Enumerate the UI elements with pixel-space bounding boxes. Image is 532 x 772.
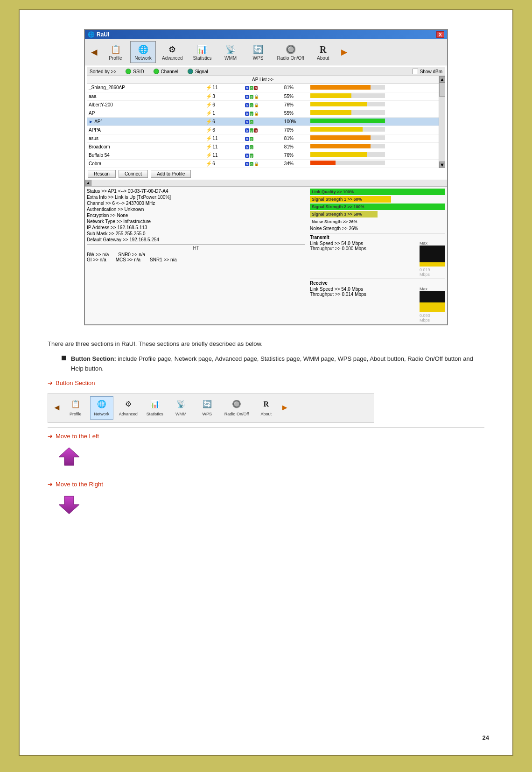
receive-value: 0.093Mbps bbox=[420, 313, 445, 323]
scroll-up-btn[interactable]: ▲ bbox=[85, 180, 91, 186]
doc-about-btn[interactable]: R About bbox=[254, 397, 278, 419]
ap-ssid-cell: AP bbox=[87, 109, 204, 117]
ap-ssid-cell: ► AP1 bbox=[87, 117, 204, 126]
ap-table-row[interactable]: asus⚡11bg81% bbox=[87, 134, 439, 142]
sorted-by-label: Sorted by >> bbox=[90, 69, 116, 74]
ap-scrollbar[interactable]: ▲ ▼ bbox=[439, 76, 445, 168]
status-right: Link Quality >> 100%Signal Strength 1 >>… bbox=[310, 189, 445, 323]
ap-signal-bar-cell bbox=[308, 126, 439, 134]
toolbar-radio-btn[interactable]: 🔘 Radio On/Off bbox=[273, 41, 308, 63]
transmit-chart-area bbox=[420, 246, 445, 267]
about-label: About bbox=[317, 56, 329, 61]
ap-table-row[interactable]: AlbertY-200⚡6bg🔒76% bbox=[87, 100, 439, 109]
doc-wps-btn[interactable]: 🔄 WPS bbox=[196, 397, 219, 419]
ap-signal-pct-cell: 81% bbox=[282, 84, 308, 92]
rescan-button[interactable]: Rescan bbox=[88, 170, 116, 178]
transmit-label: Transmit bbox=[310, 235, 445, 240]
scrollbar-up[interactable]: ▲ bbox=[439, 76, 445, 83]
ap-table-row[interactable]: aaa⚡3bg🔒55% bbox=[87, 92, 439, 100]
ap-list-inner: AP List >> _Shiang_2860AP⚡11bgn81%aaa⚡3b… bbox=[87, 76, 439, 168]
auth-text: Authentication >> Unknown bbox=[87, 207, 144, 212]
ap-action-buttons: Rescan Connect Add to Profile bbox=[85, 168, 447, 180]
raui-titlebar: 🌐 RaUI X bbox=[85, 30, 447, 39]
ap-ssid-cell: Broadcom bbox=[87, 142, 204, 151]
ap-channel-cell: ⚡1 bbox=[204, 109, 243, 117]
close-button[interactable]: X bbox=[436, 31, 444, 38]
receive-chart-area bbox=[420, 291, 445, 312]
transmit-bar-area bbox=[420, 246, 445, 267]
doc-wps-icon: 🔄 bbox=[203, 398, 212, 410]
doc-advanced-label: Advanced bbox=[119, 411, 138, 417]
arrow-right-link-icon: ➔ bbox=[48, 480, 53, 490]
ap-badge-cell: bg🔒 bbox=[243, 109, 282, 117]
arrow-left-link-icon: ➔ bbox=[48, 432, 53, 442]
ap-table-row[interactable]: AP⚡1bg🔒55% bbox=[87, 109, 439, 117]
connect-button[interactable]: Connect bbox=[119, 170, 148, 178]
advanced-label: Advanced bbox=[162, 56, 182, 61]
ht-section: HT BW >> n/a SNR0 >> n/a GI >> n/a MCS >… bbox=[87, 244, 305, 262]
status-text: Status >> AP1 <--> 00-03-7F-00-D7-A4 bbox=[87, 189, 168, 194]
ap-badge-cell: bg bbox=[243, 134, 282, 142]
doc-profile-btn[interactable]: 📋 Profile bbox=[64, 397, 87, 419]
back-arrow-button[interactable]: ◄ bbox=[88, 46, 101, 59]
ap-channel-cell: ⚡3 bbox=[204, 92, 243, 100]
doc-radio-label: Radio On/Off bbox=[224, 411, 249, 417]
channel-text: Channel >> 6 <--> 2437000 MHz bbox=[87, 201, 155, 206]
transmit-value: 0.019Mbps bbox=[420, 267, 445, 277]
doc-wmm-icon: 📡 bbox=[176, 398, 186, 410]
toolbar-about-btn[interactable]: R About bbox=[310, 41, 336, 63]
add-to-profile-button[interactable]: Add to Profile bbox=[151, 170, 191, 178]
toolbar-profile-btn[interactable]: 📋 Profile bbox=[103, 41, 128, 63]
doc-network-btn[interactable]: 🌐 Network bbox=[90, 396, 113, 420]
doc-advanced-btn[interactable]: ⚙ Advanced bbox=[116, 397, 140, 419]
radio-label: Radio On/Off bbox=[277, 56, 304, 61]
network-icon: 🌐 bbox=[136, 43, 150, 56]
submask-text: Sub Mask >> 255.255.255.0 bbox=[87, 231, 146, 236]
quality-bars: Link Quality >> 100%Signal Strength 1 >>… bbox=[310, 189, 445, 225]
ssid-dot bbox=[126, 69, 131, 74]
ap-badge-cell: bg🔒 bbox=[243, 100, 282, 109]
move-left-button[interactable] bbox=[57, 446, 81, 467]
move-left-label: Move to the Left bbox=[56, 432, 99, 442]
bw-text: BW >> n/a bbox=[87, 252, 109, 257]
toolbar-network-btn[interactable]: 🌐 Network bbox=[130, 41, 156, 63]
horizontal-scrollbar[interactable]: ▲ bbox=[85, 180, 447, 186]
ap-table-row[interactable]: Broadcom⚡11bg81% bbox=[87, 142, 439, 151]
forward-arrow-button[interactable]: ► bbox=[338, 46, 351, 59]
ap-table-row[interactable]: Cobra⚡6bg🔒34% bbox=[87, 159, 439, 168]
ap-signal-pct-cell: 76% bbox=[282, 151, 308, 159]
ap-badge-cell: bg bbox=[243, 151, 282, 159]
toolbar-statistics-btn[interactable]: 📊 Statistics bbox=[189, 41, 216, 63]
ap-sort-header: Sorted by >> SSID Channel Signal Show dB… bbox=[87, 67, 445, 76]
ap-table-row[interactable]: Buffalo 54⚡11bg76% bbox=[87, 151, 439, 159]
intro-text: There are three sections in RaUI. These … bbox=[48, 340, 263, 347]
arrow-right-icon: ➔ bbox=[48, 379, 53, 388]
toolbar-wmm-btn[interactable]: 📡 WMM bbox=[218, 41, 244, 63]
doc-back-arrow[interactable]: ◄ bbox=[53, 401, 61, 414]
toolbar-wps-btn[interactable]: 🔄 WPS bbox=[245, 41, 271, 63]
show-dbm-checkbox[interactable] bbox=[413, 69, 418, 74]
signal-sort[interactable]: Signal bbox=[188, 69, 208, 74]
doc-forward-arrow[interactable]: ► bbox=[280, 401, 289, 414]
ap-table-row[interactable]: _Shiang_2860AP⚡11bgn81% bbox=[87, 84, 439, 92]
ssid-label: SSID bbox=[133, 69, 144, 74]
scrollbar-thumb[interactable] bbox=[439, 83, 445, 97]
doc-radio-btn[interactable]: 🔘 Radio On/Off bbox=[222, 397, 252, 419]
toolbar-advanced-btn[interactable]: ⚙ Advanced bbox=[158, 41, 187, 63]
doc-about-label: About bbox=[260, 411, 272, 417]
move-right-arrow: ➔ Move to the Right bbox=[48, 480, 484, 490]
svg-marker-0 bbox=[59, 448, 79, 465]
move-right-button[interactable] bbox=[57, 494, 81, 516]
doc-wmm-btn[interactable]: 📡 WMM bbox=[169, 397, 193, 419]
ssid-sort[interactable]: SSID bbox=[126, 69, 144, 74]
intro-paragraph: There are three sections in RaUI. These … bbox=[48, 339, 484, 349]
ap-ssid-cell: Buffalo 54 bbox=[87, 151, 204, 159]
raui-toolbar: ◄ 📋 Profile 🌐 Network ⚙ Advanced 📊 Stati… bbox=[85, 39, 447, 65]
ap-table-row[interactable]: ► AP1⚡6bg100% bbox=[87, 117, 439, 126]
channel-sort[interactable]: Channel bbox=[154, 69, 178, 74]
wps-label: WPS bbox=[253, 56, 264, 61]
doc-statistics-btn[interactable]: 📊 Statistics bbox=[143, 397, 167, 419]
ap-table-row[interactable]: APPA⚡6bgn70% bbox=[87, 126, 439, 134]
scrollbar-down[interactable]: ▼ bbox=[439, 161, 445, 168]
ap-signal-pct-cell: 76% bbox=[282, 100, 308, 109]
